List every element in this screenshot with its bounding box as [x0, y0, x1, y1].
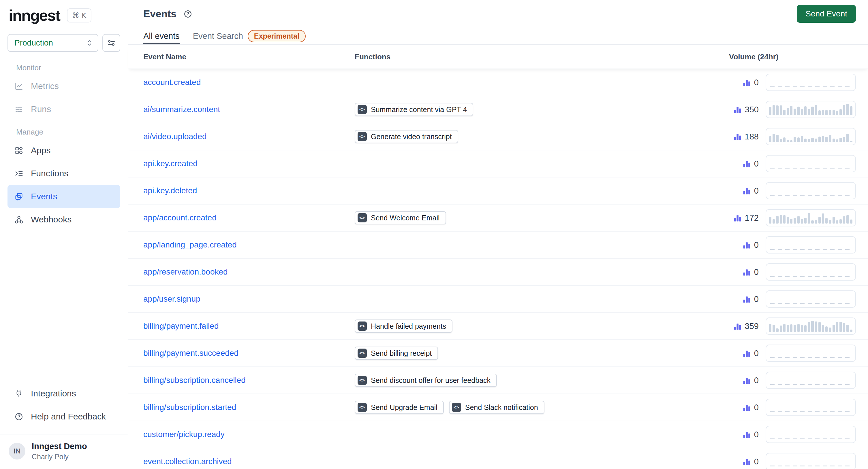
sparkline-bar [776, 105, 778, 115]
volume-value: 188 [745, 132, 759, 141]
apps-icon [14, 146, 23, 155]
environment-filter-button[interactable] [102, 34, 120, 52]
event-name-cell: billing/payment.failed [143, 322, 355, 331]
volume-sparkline [766, 290, 856, 308]
volume-sparkline [766, 263, 856, 280]
sparkline-empty-baseline [770, 357, 851, 358]
sparkline-bar [773, 219, 775, 224]
sparkline-bar [794, 109, 796, 115]
event-name-link[interactable]: api.key.created [143, 159, 197, 168]
volume-value: 0 [754, 403, 759, 412]
tab-all-events[interactable]: All events [143, 28, 180, 44]
functions-cell: <> Send Upgrade Email <> Send Slack noti… [355, 401, 729, 414]
function-pill-send-slack-notification[interactable]: <> Send Slack notification [449, 401, 545, 414]
user-name: Charly Poly [32, 453, 87, 461]
inngest-logo[interactable]: inngest [9, 7, 60, 23]
function-pill-send-welcome-email[interactable]: <> Send Welcome Email [355, 211, 446, 225]
sparkline-empty-baseline [770, 195, 851, 196]
functions-cell: <> Send billing receipt [355, 346, 729, 360]
event-name-link[interactable]: billing/subscription.started [143, 403, 236, 412]
sidebar-item-label: Help and Feedback [31, 412, 106, 422]
functions-icon [14, 169, 23, 178]
sparkline-bar [846, 104, 849, 115]
sparkline-bar [846, 325, 849, 332]
event-name-link[interactable]: ai/summarize.content [143, 105, 220, 114]
volume-count: 0 [743, 457, 759, 466]
sidebar-item-integrations[interactable]: Integrations [7, 382, 120, 405]
command-k-shortcut[interactable]: ⌘ K [67, 8, 91, 23]
sidebar-item-webhooks[interactable]: Webhooks [7, 208, 120, 231]
volume-cell: 0 [729, 344, 856, 362]
experimental-badge: Experimental [248, 30, 306, 42]
event-name-link[interactable]: app/landing_page.created [143, 240, 237, 249]
event-name-cell: customer/pickup.ready [143, 430, 355, 439]
volume-sparkline [766, 426, 856, 443]
sparkline-bar [818, 217, 821, 224]
sparkline-bar [836, 139, 838, 142]
nav-section-manage: Manage [16, 128, 120, 137]
table-row: api.key.created 0 [128, 150, 868, 177]
sparkline-bar [783, 137, 785, 142]
bar-chart-icon [734, 106, 741, 113]
sparkline-bar [815, 139, 817, 142]
sparkline-bar [825, 326, 828, 332]
help-circle-icon[interactable] [183, 9, 192, 19]
volume-value: 359 [745, 322, 759, 331]
event-name-link[interactable]: app/reservation.booked [143, 267, 228, 276]
sidebar-item-runs[interactable]: Runs [7, 98, 120, 121]
volume-value: 0 [754, 159, 759, 169]
volume-cell: 188 [729, 128, 856, 145]
sparkline-bar [801, 136, 803, 142]
sidebar-item-metrics[interactable]: Metrics [7, 75, 120, 98]
sidebar-item-functions[interactable]: Functions [7, 162, 120, 185]
code-icon: <> [358, 348, 367, 358]
function-pill-generate-video-transcript[interactable]: <> Generate video transcript [355, 130, 458, 143]
volume-value: 0 [754, 457, 759, 466]
page-header: Events Send Event [128, 0, 868, 28]
tab-event-search[interactable]: Event Search Experimental [193, 28, 306, 44]
table-row: ai/summarize.content <> Summarize conten… [128, 96, 868, 123]
volume-cell: 0 [729, 399, 856, 416]
event-name-link[interactable]: api.key.deleted [143, 186, 197, 195]
event-name-link[interactable]: app/user.signup [143, 294, 200, 303]
sidebar-item-events[interactable]: Events [7, 185, 120, 208]
user-menu[interactable]: IN Inngest Demo Charly Poly [0, 434, 128, 469]
function-pill-send-upgrade-email[interactable]: <> Send Upgrade Email [355, 401, 444, 414]
bar-chart-icon [734, 214, 741, 222]
sidebar-item-apps[interactable]: Apps [7, 139, 120, 162]
event-name-link[interactable]: billing/subscription.cancelled [143, 376, 246, 384]
event-name-link[interactable]: billing/payment.succeeded [143, 348, 239, 358]
function-pill-summarize-content-via-gpt-4[interactable]: <> Summarize content via GPT-4 [355, 103, 473, 116]
event-name-link[interactable]: app/account.created [143, 213, 217, 222]
function-pill-handle-failed-payments[interactable]: <> Handle failed payments [355, 320, 453, 333]
function-pill-send-discount-offer-for-user-feedback[interactable]: <> Send discount offer for user feedback [355, 374, 497, 387]
event-name-link[interactable]: event.collection.archived [143, 457, 232, 466]
event-name-link[interactable]: account.created [143, 78, 201, 87]
function-pill-label: Handle failed payments [371, 322, 446, 330]
sparkline-bar [833, 325, 835, 332]
sparkline-bar [825, 110, 828, 115]
send-event-button[interactable]: Send Event [797, 5, 856, 23]
bar-chart-icon [743, 295, 751, 303]
environment-name: Production [14, 38, 53, 47]
sparkline-bar [829, 110, 831, 115]
event-name-link[interactable]: ai/video.uploaded [143, 132, 207, 141]
sparkline-bar [850, 106, 852, 115]
event-name-link[interactable]: customer/pickup.ready [143, 430, 225, 439]
function-pill-send-billing-receipt[interactable]: <> Send billing receipt [355, 346, 438, 360]
function-pill-label: Send Slack notification [465, 403, 538, 412]
sparkline-bar [818, 137, 821, 142]
volume-cell: 0 [729, 236, 856, 254]
sidebar-item-help-and-feedback[interactable]: Help and Feedback [7, 405, 120, 428]
sparkline-bar [797, 107, 800, 115]
event-name-link[interactable]: billing/payment.failed [143, 322, 219, 330]
volume-count: 172 [734, 213, 759, 223]
sparkline-bar [794, 325, 796, 332]
sparkline-bar [818, 322, 821, 332]
environment-selector[interactable]: Production [7, 34, 98, 52]
sparkline-bar [815, 322, 817, 332]
sparkline-bar [794, 218, 796, 224]
sparkline-bar [839, 138, 842, 142]
sparkline-bar [780, 215, 782, 224]
table-row: app/landing_page.created 0 [128, 232, 868, 259]
